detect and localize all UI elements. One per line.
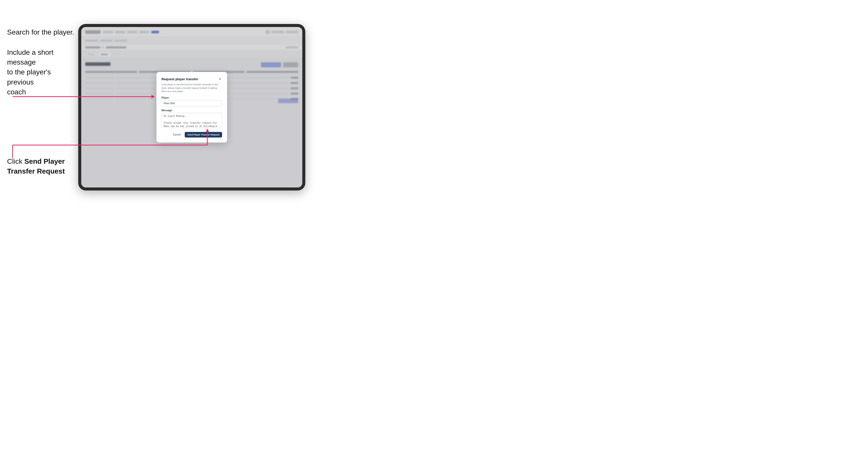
request-player-transfer-modal: Request player transfer ✕ If the player … <box>156 72 227 143</box>
player-search-input[interactable] <box>161 100 222 106</box>
message-textarea[interactable]: Hi Coach McHarg, Please accept this tran… <box>161 113 222 128</box>
send-player-transfer-request-button[interactable]: Send Player Transfer Request <box>185 132 222 137</box>
message-field-label: Message <box>161 109 222 112</box>
modal-description: If the player is transferring from anoth… <box>161 83 222 93</box>
annotation-message: Include a short message to the player's … <box>7 48 73 97</box>
annotation-click: Click Send Player Transfer Request <box>7 156 73 176</box>
cancel-button[interactable]: Cancel <box>171 132 183 137</box>
modal-overlay: Request player transfer ✕ If the player … <box>81 27 302 187</box>
tablet-device: Roster Roster <box>78 24 305 190</box>
modal-title: Request player transfer <box>161 77 198 81</box>
annotation-search: Search for the player. <box>7 27 74 37</box>
close-icon[interactable]: ✕ <box>218 77 222 81</box>
player-field-label: Player <box>161 96 222 99</box>
